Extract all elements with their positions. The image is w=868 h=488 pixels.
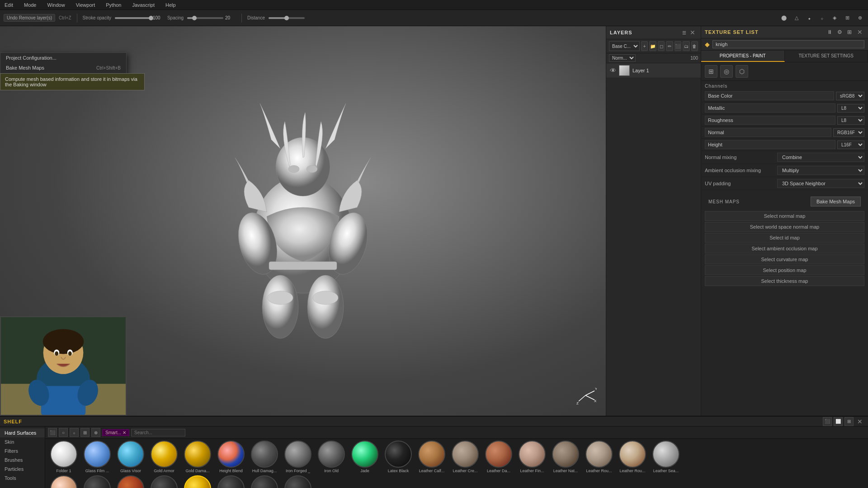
shelf-cat-tools[interactable]: Tools <box>0 474 45 483</box>
shelf-item-leather-da[interactable]: Leather Da... <box>483 441 514 474</box>
shelf-cat-brushes[interactable]: Brushes <box>0 455 45 465</box>
shelf-item-r2-3[interactable] <box>115 475 146 488</box>
shelf-cat-filters[interactable]: Filters <box>0 446 45 455</box>
metallic-format[interactable]: L8 <box>837 104 864 113</box>
shelf-item-r2-4[interactable] <box>148 475 180 488</box>
shelf-item-hull-damag[interactable]: Hull Damag... <box>249 441 280 474</box>
shelf-filter-icon-2[interactable]: ○ <box>59 428 68 437</box>
dropdown-item-project[interactable]: Project Configuration... <box>0 53 126 63</box>
menu-window[interactable]: Window <box>46 2 67 8</box>
shelf-item-gold-armor[interactable]: Gold Armor <box>148 441 180 474</box>
shelf-filter-icon-3[interactable]: ⬦ <box>70 428 79 437</box>
shelf-item-leather-nat[interactable]: Leather Nat... <box>550 441 581 474</box>
select-normal-map-button[interactable]: Select normal map <box>705 211 864 221</box>
shelf-item-leather-rou1[interactable]: Leather Rou... <box>583 441 615 474</box>
layer-tool-paint[interactable]: ✏ <box>666 41 673 51</box>
shelf-filter-icon-1[interactable]: ⬛ <box>48 428 57 437</box>
shelf-item-folder1[interactable]: Folder 1 <box>48 441 80 474</box>
shelf-item-glass-visor[interactable]: Glass Visor <box>115 441 146 474</box>
viewport[interactable]: Project Configuration... Bake Mesh Maps … <box>0 26 606 416</box>
shelf-item-latex-black[interactable]: Latex Black <box>382 441 414 474</box>
shelf-cat-particles[interactable]: Particles <box>0 465 45 474</box>
normal-mixing-select[interactable]: Combine <box>777 153 864 162</box>
shelf-item-iron-forged[interactable]: Iron Forged _ <box>282 441 314 474</box>
toolbar-icon-6[interactable]: ⊞ <box>843 14 852 23</box>
ts-icon-grid[interactable]: ⊞ <box>845 28 854 36</box>
shelf-item-r2-6[interactable] <box>215 475 247 488</box>
toolbar-icon-5[interactable]: ◈ <box>830 14 839 23</box>
undo-button[interactable]: Undo Remove layer(s) <box>4 14 55 22</box>
texture-name-input[interactable] <box>712 40 864 48</box>
toolbar-icon-4[interactable]: ⬦ <box>817 14 826 23</box>
layer-tool-add[interactable]: + <box>641 41 648 51</box>
shelf-item-height-blend[interactable]: Height Blend <box>215 441 247 474</box>
layer-tool-folder[interactable]: 📁 <box>649 41 656 51</box>
ts-close-button[interactable]: ✕ <box>855 28 864 36</box>
ao-mixing-select[interactable]: Multiply <box>777 166 864 175</box>
shelf-item-leather-calf[interactable]: Leather Calf... <box>416 441 448 474</box>
shelf-item-leather-sea[interactable]: Leather Sea... <box>650 441 682 474</box>
distance-slider[interactable] <box>269 17 305 19</box>
prop-icon-mesh[interactable]: ⬡ <box>736 65 748 78</box>
layer-1-row[interactable]: 👁 Layer 1 <box>606 63 701 78</box>
tab-properties-paint[interactable]: PROPERTIES - PAINT <box>701 51 785 62</box>
layer-tool-folder2[interactable]: 🗂 <box>683 41 689 51</box>
layer-visibility-icon[interactable]: 👁 <box>610 67 616 74</box>
menu-viewport[interactable]: Viewport <box>74 2 97 8</box>
shelf-item-r2-8[interactable] <box>282 475 314 488</box>
shelf-item-jade[interactable]: Jade <box>349 441 381 474</box>
select-position-map-button[interactable]: Select position map <box>705 265 864 275</box>
uv-padding-select[interactable]: 3D Space Neighbor <box>777 179 864 188</box>
dropdown-item-bake[interactable]: Bake Mesh Maps Ctrl+Shift+B <box>0 63 126 73</box>
shelf-item-r2-7[interactable] <box>249 475 280 488</box>
tab-texture-set-settings[interactable]: TEXTURE SET SETTINGS <box>785 51 868 62</box>
layer-tool-delete[interactable]: 🗑 <box>691 41 698 51</box>
select-ao-map-button[interactable]: Select ambient occlusion map <box>705 244 864 253</box>
normal-format[interactable]: RGB16F <box>833 128 864 137</box>
select-id-map-button[interactable]: Select id map <box>705 233 864 243</box>
menu-python[interactable]: Python <box>104 2 123 8</box>
shelf-item-gold-dama[interactable]: Gold Dama... <box>182 441 213 474</box>
layer-tool-mask[interactable]: ◻ <box>658 41 665 51</box>
prop-icon-channels[interactable]: ⊞ <box>705 65 717 78</box>
select-thickness-map-button[interactable]: Select thickness map <box>705 276 864 286</box>
toolbar-icon-3[interactable]: ⬥ <box>805 14 814 23</box>
layers-menu-icon[interactable]: ☰ <box>682 30 686 35</box>
height-format[interactable]: L16F <box>837 141 864 149</box>
ts-icon-pause[interactable]: ⏸ <box>826 28 834 36</box>
shelf-item-glass-film[interactable]: Glass Film ... <box>81 441 113 474</box>
shelf-item-r2-2[interactable] <box>81 475 113 488</box>
shelf-close-button[interactable]: ✕ <box>855 417 864 426</box>
menu-edit[interactable]: Edit <box>3 2 15 8</box>
roughness-format[interactable]: L8 <box>837 116 864 125</box>
base-color-format[interactable]: sRGB8 <box>836 92 864 100</box>
layers-close-button[interactable]: ✕ <box>688 29 697 36</box>
shelf-filter-icon-4[interactable]: ⊞ <box>80 428 90 437</box>
menu-help[interactable]: Help <box>164 2 178 8</box>
menu-javascript[interactable]: Javascript <box>130 2 156 8</box>
shelf-item-leather-fin[interactable]: Leather Fin... <box>516 441 548 474</box>
shelf-icon-grid[interactable]: ⊞ <box>844 417 854 426</box>
select-curvature-map-button[interactable]: Select curvature map <box>705 254 864 264</box>
base-channel-select[interactable]: Base C... <box>609 41 640 51</box>
menu-mode[interactable]: Mode <box>22 2 38 8</box>
shelf-cat-hard-surfaces[interactable]: Hard Surfaces <box>0 428 45 437</box>
shelf-item-iron-old[interactable]: Iron Old <box>316 441 347 474</box>
blend-mode-select[interactable]: Norm... <box>609 54 636 62</box>
spacing-slider[interactable] <box>187 17 223 19</box>
shelf-search-input[interactable] <box>131 429 185 436</box>
toolbar-icon-2[interactable]: △ <box>792 14 801 23</box>
toolbar-icon-7[interactable]: ⊕ <box>855 14 864 23</box>
prop-icon-layers[interactable]: ◎ <box>720 65 733 78</box>
shelf-filter-icon-5[interactable]: ⊗ <box>91 428 100 437</box>
stroke-opacity-slider[interactable] <box>115 17 151 19</box>
layer-tool-fill[interactable]: ⬛ <box>675 41 681 51</box>
shelf-item-leather-rou2[interactable]: Leather Rou... <box>617 441 648 474</box>
toolbar-icon-1[interactable]: ⬤ <box>779 14 788 23</box>
bake-mesh-maps-button[interactable]: Bake Mesh Maps <box>811 197 861 206</box>
shelf-active-filter-tag[interactable]: Smart... ✕ <box>102 429 129 436</box>
shelf-item-leather-cre[interactable]: Leather Cre... <box>449 441 481 474</box>
shelf-tag-close[interactable]: ✕ <box>123 430 126 435</box>
shelf-icon-restore[interactable]: ⬛ <box>823 417 832 426</box>
select-world-normal-map-button[interactable]: Select world space normal map <box>705 222 864 232</box>
